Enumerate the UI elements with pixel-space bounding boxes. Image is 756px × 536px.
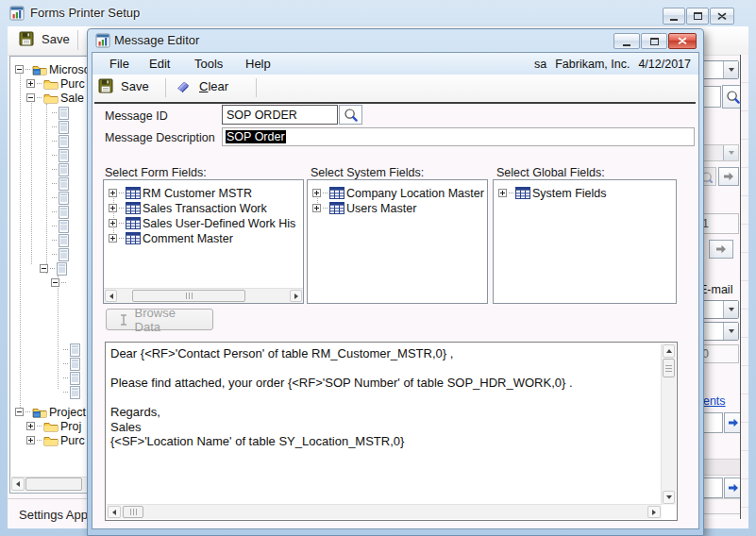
expand-detail-button[interactable] (718, 167, 739, 186)
scroll-down-button[interactable] (663, 491, 675, 504)
collapse-icon[interactable] (15, 65, 24, 74)
maximize-button[interactable] (686, 8, 709, 25)
menu-file[interactable]: File (102, 53, 137, 75)
tree-node-purchasing2[interactable]: Purc (26, 433, 85, 447)
scroll-right-button[interactable] (290, 290, 302, 302)
tree-report-item[interactable] (52, 176, 69, 191)
dialog-save-button[interactable]: Save (94, 76, 153, 95)
menu-help[interactable]: Help (238, 53, 278, 75)
report-icon (59, 177, 69, 191)
dialog-close-button[interactable] (668, 33, 697, 49)
collapse-icon[interactable] (26, 93, 35, 102)
scrollbar-thumb[interactable] (132, 290, 245, 302)
tree-report-item[interactable] (63, 385, 80, 399)
tree-node-purchasing[interactable]: Purc (26, 76, 85, 91)
scroll-left-button[interactable] (105, 290, 117, 302)
tree-connector (63, 349, 68, 350)
tree-node-project[interactable]: Project (15, 405, 86, 419)
expand-icon[interactable] (109, 234, 117, 243)
scrollbar-thumb[interactable] (663, 359, 675, 377)
combo-button[interactable] (723, 61, 738, 78)
tree-item-sales-user-defined[interactable]: Sales User-Defined Work His (109, 216, 295, 230)
horizontal-scrollbar[interactable] (107, 504, 662, 519)
system-fields-tree: Company Location Master Users Master (307, 179, 488, 304)
close-icon (717, 12, 727, 21)
report-icon (59, 234, 69, 247)
tree-item-company-location-master[interactable]: Company Location Master (312, 186, 484, 200)
expand-icon[interactable] (26, 422, 35, 430)
tree-report-item[interactable] (63, 371, 80, 385)
tree-item-system-fields[interactable]: System Fields (498, 186, 607, 200)
tree-node-dynamics[interactable]: Microsof (15, 62, 93, 76)
tree-report-item-expandable[interactable] (40, 261, 67, 276)
message-id-input[interactable]: SOP ORDER (222, 105, 338, 125)
message-description-input[interactable]: SOP Order (222, 127, 695, 146)
tree-connector (509, 193, 513, 193)
scroll-up-button[interactable] (663, 344, 675, 358)
scrollbar-thumb[interactable] (123, 506, 143, 518)
tree-node-project-child[interactable]: Proj (26, 419, 81, 433)
form-fields-horizontal-scrollbar[interactable] (104, 288, 303, 303)
expand-icon[interactable] (312, 204, 321, 212)
dialog-maximize-button[interactable] (641, 33, 667, 49)
tree-report-item[interactable] (52, 148, 69, 162)
tree-connector (63, 392, 68, 393)
tree-connector (61, 282, 66, 283)
session-date: 4/12/2017 (638, 58, 691, 71)
combo-button[interactable] (723, 323, 738, 340)
expand-icon[interactable] (26, 79, 35, 88)
tree-report-item[interactable] (63, 343, 80, 357)
tree-report-item[interactable] (52, 191, 69, 205)
vertical-scrollbar[interactable] (661, 343, 676, 505)
expand-icon[interactable] (109, 189, 117, 197)
expand-button[interactable] (709, 240, 733, 259)
folder-icon (43, 92, 59, 104)
tree-connector (52, 169, 57, 170)
expand-icon[interactable] (26, 436, 35, 444)
menu-tools[interactable]: Tools (187, 53, 230, 75)
tree-report-item[interactable] (52, 205, 69, 219)
tree-connector (25, 69, 30, 70)
tree-report-item[interactable] (52, 219, 69, 233)
tree-horizontal-scrollbar[interactable] (11, 477, 92, 492)
expand-icon[interactable] (498, 189, 507, 197)
combo-button[interactable] (723, 301, 738, 318)
browse-data-button[interactable]: Browse Data (106, 309, 213, 330)
message-body-textarea[interactable]: Dear {<RF>'Contact Person' of table RM_C… (105, 342, 678, 521)
message-id-label: Message ID (105, 109, 168, 123)
collapse-icon[interactable] (40, 264, 48, 273)
tree-item-sales-transaction-work[interactable]: Sales Transaction Work (109, 201, 267, 215)
close-button[interactable] (710, 8, 734, 25)
tree-report-item[interactable] (52, 106, 69, 120)
tree-report-item[interactable] (52, 247, 69, 261)
dialog-minimize-button[interactable] (613, 33, 640, 49)
collapse-icon[interactable] (51, 278, 59, 287)
expand-icon[interactable] (109, 204, 117, 212)
expand-icon[interactable] (312, 189, 321, 197)
dialog-clear-button[interactable]: Clear (172, 76, 232, 96)
message-id-lookup-button[interactable] (339, 105, 362, 125)
tree-report-item[interactable] (52, 134, 69, 148)
tree-node-label: Proj (60, 420, 81, 433)
scroll-left-button[interactable] (108, 506, 121, 518)
tree-report-item[interactable] (63, 357, 80, 371)
tree-report-item[interactable] (52, 162, 69, 176)
tree-report-item-expandable[interactable] (51, 276, 66, 290)
tree-item-rm-customer-mstr[interactable]: RM Customer MSTR (109, 186, 252, 200)
form-fields-tree: RM Customer MSTR Sales Transaction Work … (103, 179, 304, 304)
scrollbar-thumb[interactable] (25, 477, 82, 491)
tree-node-sales[interactable]: Sale (26, 91, 84, 105)
expand-icon[interactable] (109, 219, 117, 227)
combo-button[interactable] (723, 145, 738, 160)
menu-edit[interactable]: Edit (142, 53, 177, 75)
forms-save-button[interactable]: Save (13, 29, 76, 48)
collapse-icon[interactable] (15, 408, 24, 416)
minimize-button[interactable] (663, 8, 685, 25)
form-fields-panel-label: Select Form Fields: (105, 166, 207, 179)
tree-item-comment-master[interactable]: Comment Master (109, 231, 233, 245)
tree-report-item[interactable] (52, 233, 69, 247)
scroll-right-button[interactable] (647, 506, 661, 518)
tree-report-item[interactable] (52, 120, 69, 134)
scroll-left-button[interactable] (11, 477, 25, 491)
tree-item-users-master[interactable]: Users Master (312, 201, 416, 215)
